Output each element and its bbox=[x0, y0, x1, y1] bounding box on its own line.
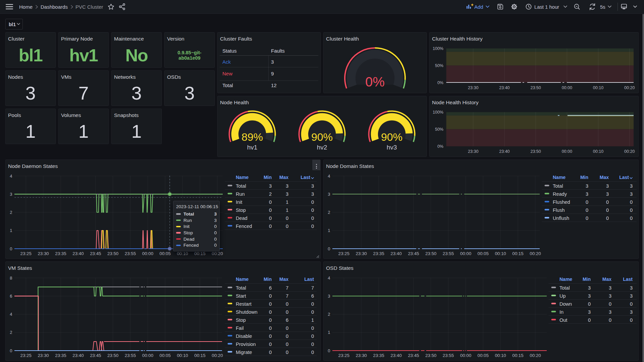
svg-text:Name: Name bbox=[236, 175, 249, 180]
svg-text:3: 3 bbox=[588, 309, 591, 315]
svg-text:23:30: 23:30 bbox=[356, 251, 367, 256]
svg-text:00:20: 00:20 bbox=[530, 353, 541, 358]
svg-text:Restart: Restart bbox=[236, 301, 252, 307]
svg-text:0%: 0% bbox=[365, 74, 385, 89]
svg-text:23:55: 23:55 bbox=[125, 251, 136, 256]
svg-text:0: 0 bbox=[606, 199, 609, 205]
svg-text:00:00: 00:00 bbox=[460, 353, 471, 358]
svg-text:0: 0 bbox=[286, 350, 288, 355]
svg-text:Min: Min bbox=[264, 175, 272, 180]
svg-text:Total: Total bbox=[236, 285, 246, 291]
svg-text:0: 0 bbox=[311, 325, 314, 331]
svg-text:0: 0 bbox=[311, 207, 314, 213]
svg-text:3: 3 bbox=[588, 285, 591, 291]
svg-text:Disable: Disable bbox=[236, 334, 252, 339]
svg-text:90%: 90% bbox=[311, 131, 333, 143]
svg-text:23:40: 23:40 bbox=[499, 85, 509, 90]
svg-text:00:10: 00:10 bbox=[593, 85, 603, 90]
svg-text:00:00: 00:00 bbox=[142, 353, 153, 358]
svg-text:50%: 50% bbox=[435, 63, 443, 68]
svg-text:1: 1 bbox=[286, 199, 288, 205]
svg-text:23:55: 23:55 bbox=[443, 251, 454, 256]
svg-text:0: 0 bbox=[311, 342, 314, 347]
svg-text:0: 0 bbox=[286, 224, 288, 229]
svg-text:00:10: 00:10 bbox=[495, 251, 506, 256]
svg-text:0: 0 bbox=[630, 207, 633, 213]
svg-text:00:05: 00:05 bbox=[160, 251, 171, 256]
svg-text:Ack: Ack bbox=[222, 59, 231, 65]
svg-text:Stop: Stop bbox=[236, 207, 246, 213]
svg-text:2: 2 bbox=[328, 210, 330, 215]
svg-text:0: 0 bbox=[630, 317, 633, 323]
svg-text:23:50: 23:50 bbox=[530, 85, 541, 90]
svg-text:23:30: 23:30 bbox=[468, 85, 478, 90]
svg-text:0: 0 bbox=[269, 216, 272, 221]
svg-text:1: 1 bbox=[10, 228, 12, 233]
svg-text:23:50: 23:50 bbox=[107, 251, 118, 256]
svg-text:23:35: 23:35 bbox=[373, 353, 384, 358]
svg-text:23:35: 23:35 bbox=[55, 353, 66, 358]
svg-text:Flush: Flush bbox=[553, 207, 565, 213]
svg-text:00:20: 00:20 bbox=[530, 251, 541, 256]
svg-text:0: 0 bbox=[630, 301, 633, 307]
svg-text:Out: Out bbox=[559, 317, 567, 323]
svg-text:0: 0 bbox=[588, 301, 591, 307]
svg-text:3: 3 bbox=[588, 293, 591, 299]
svg-text:0: 0 bbox=[586, 207, 588, 213]
svg-text:Last: Last bbox=[304, 277, 314, 282]
svg-text:2: 2 bbox=[269, 191, 272, 197]
svg-text:Name: Name bbox=[559, 277, 572, 282]
svg-text:0: 0 bbox=[269, 342, 272, 347]
svg-text:Total: Total bbox=[222, 82, 233, 88]
svg-text:0: 0 bbox=[609, 301, 611, 307]
svg-text:00:00: 00:00 bbox=[142, 251, 153, 256]
svg-text:23:30: 23:30 bbox=[38, 251, 49, 256]
svg-text:00:10: 00:10 bbox=[593, 149, 603, 154]
svg-text:4: 4 bbox=[10, 174, 12, 179]
svg-text:0: 0 bbox=[269, 199, 272, 205]
svg-text:hv1: hv1 bbox=[247, 144, 258, 151]
svg-text:Ready: Ready bbox=[553, 191, 567, 197]
svg-text:0: 0 bbox=[328, 348, 330, 353]
svg-text:0: 0 bbox=[269, 293, 272, 299]
svg-text:1: 1 bbox=[328, 228, 330, 233]
svg-text:0: 0 bbox=[269, 334, 272, 339]
svg-text:0: 0 bbox=[269, 325, 272, 331]
svg-text:Up: Up bbox=[559, 293, 566, 299]
svg-text:New: New bbox=[222, 71, 232, 76]
svg-text:00:15: 00:15 bbox=[194, 353, 205, 358]
svg-text:0: 0 bbox=[286, 309, 288, 315]
svg-text:6: 6 bbox=[311, 293, 314, 299]
svg-text:0: 0 bbox=[311, 199, 314, 205]
svg-text:0: 0 bbox=[286, 342, 288, 347]
svg-text:23:30: 23:30 bbox=[38, 353, 49, 358]
svg-text:0: 0 bbox=[311, 216, 314, 221]
svg-text:3: 3 bbox=[630, 293, 633, 299]
svg-text:hv3: hv3 bbox=[387, 144, 397, 151]
svg-text:Max: Max bbox=[279, 175, 288, 180]
svg-text:23:55: 23:55 bbox=[443, 353, 454, 358]
svg-text:Min: Min bbox=[264, 277, 272, 282]
svg-text:1: 1 bbox=[286, 207, 288, 213]
svg-text:Unflush: Unflush bbox=[553, 216, 569, 221]
svg-text:3: 3 bbox=[271, 59, 274, 65]
svg-text:bl1: bl1 bbox=[9, 22, 16, 27]
svg-text:3: 3 bbox=[630, 309, 633, 315]
svg-text:0: 0 bbox=[609, 317, 611, 323]
svg-text:3: 3 bbox=[311, 183, 314, 189]
svg-text:Total: Total bbox=[236, 183, 246, 189]
svg-text:23:45: 23:45 bbox=[90, 251, 101, 256]
svg-text:3: 3 bbox=[286, 191, 288, 197]
svg-text:3: 3 bbox=[606, 183, 609, 189]
svg-text:Min: Min bbox=[583, 277, 591, 282]
svg-text:7: 7 bbox=[286, 293, 288, 299]
svg-text:7: 7 bbox=[311, 285, 314, 291]
svg-text:Provision: Provision bbox=[236, 342, 256, 347]
svg-text:0: 0 bbox=[311, 334, 314, 339]
svg-text:3: 3 bbox=[609, 293, 611, 299]
svg-text:0: 0 bbox=[269, 309, 272, 315]
svg-text:00:15: 00:15 bbox=[512, 251, 523, 256]
svg-text:23:25: 23:25 bbox=[20, 251, 32, 256]
svg-text:23:35: 23:35 bbox=[55, 251, 66, 256]
svg-text:Last: Last bbox=[623, 277, 633, 282]
